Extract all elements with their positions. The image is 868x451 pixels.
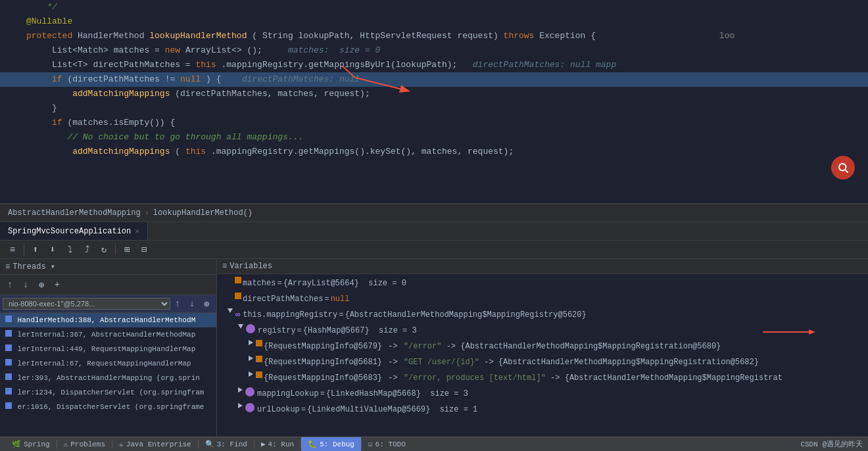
status-find[interactable]: 🔍 3: Find — [199, 437, 254, 451]
debug-label: 5: Debug — [320, 440, 354, 448]
var-name: matches — [243, 277, 276, 290]
stack-frame-3[interactable]: lerInternal:67, RequestMappingHandlerMap — [0, 356, 216, 371]
toolbar-btn-stepinto[interactable]: ⤵ — [62, 243, 77, 257]
status-problems[interactable]: ⚠ Problems — [57, 437, 112, 451]
var-type-icon — [235, 277, 241, 283]
var-item-directpathmatch[interactable]: directPathMatches = null — [217, 291, 868, 307]
stack-frame-0[interactable]: HandlerMethod:388, AbstractHandlerMethod… — [0, 313, 216, 327]
frame-text: lerInternal:367, AbstractHandlerMethodMa… — [18, 331, 196, 339]
frame-text: ler:393, AbstractHandlerMapping (org.spr… — [18, 374, 200, 382]
line-content: */ — [24, 0, 865, 14]
toolbar-btn-more[interactable]: ⊟ — [137, 243, 151, 257]
arrow-indicator — [763, 328, 815, 336]
status-run[interactable]: ▶ 4: Run — [254, 437, 301, 451]
breadcrumb-method[interactable]: lookupHandlerMethod() — [153, 208, 253, 218]
search-icon — [837, 162, 849, 174]
var-eq: = — [297, 324, 302, 337]
todo-icon: ☑ — [368, 440, 373, 448]
spring-icon: 🌿 — [12, 440, 21, 448]
toolbar-btn-resume[interactable]: ⬆ — [28, 243, 43, 257]
variables-title: Variables — [229, 262, 272, 271]
find-label: 3: Find — [217, 440, 247, 448]
var-item-mappinglookup[interactable]: mappingLookup = {LinkedHashMap@5668} siz… — [217, 386, 868, 402]
threads-ctrl-1[interactable]: ↑ — [3, 277, 17, 292]
var-value: {ArrayList@5664} size = 0 — [283, 277, 406, 290]
variables-header: ≡ Variables — [217, 259, 868, 274]
var-eq: -> — [383, 356, 402, 369]
var-name: {RequestMappingInfo@5683} — [264, 371, 382, 385]
problems-label: Problems — [70, 440, 105, 448]
var-item-mapping3[interactable]: {RequestMappingInfo@5683} -> "/error, pr… — [217, 370, 868, 386]
search-float-button[interactable] — [831, 156, 855, 179]
status-todo[interactable]: ☑ 6: TODO — [362, 437, 412, 451]
var-eq: -> — [383, 340, 402, 353]
spring-label: Spring — [24, 440, 50, 448]
variables-icon: ≡ — [222, 262, 227, 271]
var-name: mappingLookup — [257, 387, 319, 400]
tab-label: SpringMvcSourceApplication — [8, 227, 131, 236]
stack-frame-6[interactable]: er:1016, DispatcherServlet (org.springfr… — [0, 400, 216, 414]
threads-panel: ≡ Threads ▾ ↑ ↓ ⊕ + nio-8080-exec-1"@5,2… — [0, 259, 217, 451]
var-value-null: null — [331, 293, 350, 306]
var-item-mapping1[interactable]: {RequestMappingInfo@5679} -> "/error" ->… — [217, 339, 868, 354]
code-line: protected HandlerMethod lookupHandlerMet… — [0, 29, 868, 43]
expand-icon-closed — [249, 356, 253, 361]
code-line: addMatchingMappings (directPathMatches, … — [0, 87, 868, 101]
var-value: {LinkedMultiValueMap@5669} size = 1 — [307, 403, 477, 416]
threads-ctrl-2[interactable]: ↓ — [18, 277, 33, 292]
toolbar-btn-stepout[interactable]: ⤴ — [80, 243, 94, 257]
var-eq: -> — [383, 371, 402, 385]
problems-icon: ⚠ — [64, 440, 68, 448]
status-javaenterprise[interactable]: ☕ Java Enterprise — [112, 437, 198, 451]
toolbar-btn-evaluate[interactable]: ⊞ — [120, 243, 134, 257]
status-debug[interactable]: 🐛 5: Debug — [301, 437, 361, 451]
line-content: if (matches.isEmpty()) { — [24, 116, 865, 130]
stack-frame-1[interactable]: lerInternal:367, AbstractHandlerMethodMa… — [0, 327, 216, 342]
threads-ctrl-add[interactable]: + — [50, 277, 64, 292]
breadcrumb-class[interactable]: AbstractHandlerMethodMapping — [8, 208, 141, 218]
thread-ctrl-filter2[interactable]: ⊕ — [199, 297, 214, 311]
stack-frame-4[interactable]: ler:393, AbstractHandlerMapping (org.spr… — [0, 371, 216, 385]
var-type-icon — [256, 371, 262, 378]
thread-ctrl-down[interactable]: ↓ — [185, 297, 199, 311]
frame-text: ler:1234, DispatcherServlet (org.springf… — [18, 389, 205, 396]
var-type-icon — [256, 340, 262, 346]
expand-icon-closed — [238, 387, 243, 392]
frame-icon — [5, 316, 12, 322]
stack-frame-2[interactable]: lerInternal:449, RequestMappingHandlerMa… — [0, 342, 216, 356]
line-content: } — [24, 101, 865, 116]
stack-frame-5[interactable]: ler:1234, DispatcherServlet (org.springf… — [0, 385, 216, 400]
var-item-urllookup[interactable]: urlLookup = {LinkedMultiValueMap@5669} s… — [217, 402, 868, 417]
var-eq: = — [339, 308, 343, 321]
tab-close-button[interactable]: ✕ — [135, 227, 139, 235]
code-line: List<Match> matches = new ArrayList<> ()… — [0, 43, 868, 58]
threads-title: Threads ▾ — [12, 262, 55, 272]
var-item-mapping2[interactable]: {RequestMappingInfo@5681} -> "GET /user/… — [217, 354, 868, 370]
javaent-label: Java Enterprise — [126, 440, 191, 448]
debug-toolbar: ≡ ⬆ ⬇ ⤵ ⤴ ↻ ⊞ ⊟ — [0, 241, 868, 259]
var-value: {AbstractHandlerMethodMapping$MappingReg… — [345, 308, 586, 321]
code-line: */ — [0, 0, 868, 14]
keyword: protected — [26, 31, 78, 41]
var-item-matches[interactable]: matches = {ArrayList@5664} size = 0 — [217, 275, 868, 291]
debug-content: ≡ Threads ▾ ↑ ↓ ⊕ + nio-8080-exec-1"@5,2… — [0, 259, 868, 451]
thread-select-dropdown[interactable]: nio-8080-exec-1"@5,278... — [3, 298, 170, 310]
var-type-icon — [256, 356, 262, 362]
threads-ctrl-filter[interactable]: ⊕ — [34, 277, 49, 292]
frame-icon — [5, 388, 12, 394]
toolbar-btn-menu[interactable]: ≡ — [5, 243, 20, 257]
var-name: {RequestMappingInfo@5679} — [264, 340, 382, 353]
var-item-mappingregistry[interactable]: ∞ this.mappingRegistry = {AbstractHandle… — [217, 307, 868, 323]
status-right: CSDN @遇见的昨天 — [800, 439, 863, 449]
toolbar-btn-stepover[interactable]: ⬇ — [45, 243, 60, 257]
tab-springmvc[interactable]: SpringMvcSourceApplication ✕ — [0, 222, 148, 240]
toolbar-btn-runtopoint[interactable]: ↻ — [97, 243, 111, 257]
breadcrumb: AbstractHandlerMethodMapping › lookupHan… — [0, 204, 868, 222]
var-list: matches = {ArrayList@5664} size = 0 dire… — [217, 274, 868, 451]
status-spring[interactable]: 🌿 Spring — [5, 437, 57, 451]
frame-icon — [5, 330, 12, 337]
var-item-registry[interactable]: registry = {HashMap@5667} size = 3 — [217, 323, 868, 339]
var-lock-icon — [246, 324, 255, 333]
thread-ctrl-up[interactable]: ↑ — [170, 297, 185, 311]
var-lock-icon — [245, 387, 254, 396]
